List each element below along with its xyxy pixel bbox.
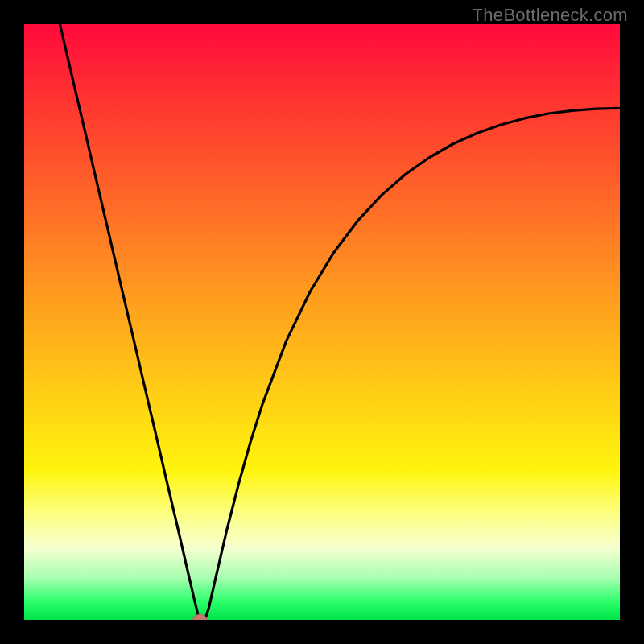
chart-frame: TheBottleneck.com xyxy=(0,0,644,644)
min-point-marker xyxy=(192,614,207,620)
chart-line-curve xyxy=(60,24,620,620)
watermark-text: TheBottleneck.com xyxy=(473,5,628,26)
plot-area xyxy=(24,24,620,620)
chart-svg xyxy=(24,24,620,620)
